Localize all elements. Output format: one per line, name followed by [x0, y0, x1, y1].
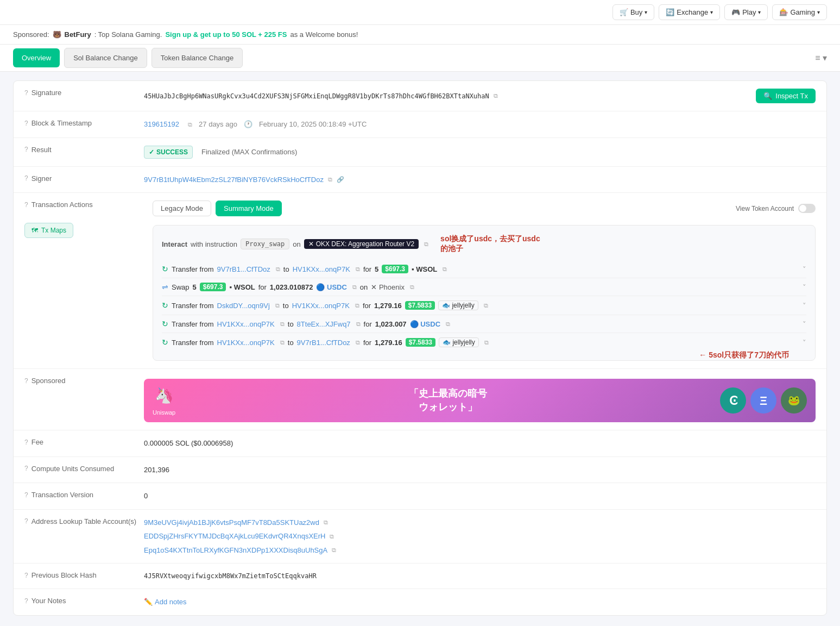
- copy-router-icon[interactable]: ⧉: [424, 241, 428, 248]
- sponsored-section-value: 🦄 Uniswap 「史上最高の暗号ウォレット」 Ͼ Ξ 🐸: [144, 377, 816, 422]
- copy-t5-from[interactable]: ⧉: [280, 339, 285, 346]
- copy-addr-2[interactable]: ⧉: [330, 532, 334, 541]
- exchange-chevron-icon: ▾: [710, 9, 713, 15]
- signup-link[interactable]: Sign up & get up to 50 SOL + 225 FS: [165, 30, 287, 39]
- copy-usdc-t4[interactable]: ⧉: [446, 321, 450, 328]
- buy-label: Buy: [630, 8, 642, 16]
- transfer-icon-1: ↻: [162, 265, 168, 273]
- block-number-link[interactable]: 319615192: [144, 119, 179, 130]
- signer-address-link[interactable]: 9V7rB1tUhpW4kEbm2zSL27fBiNYB76VckRSkHoCf…: [144, 174, 324, 185]
- address-item-1: 9M3eUVGj4ivjAb1BJjK6vtsPsqMF7vT8Da5SKTUa…: [144, 517, 816, 528]
- legacy-mode-button[interactable]: Legacy Mode: [153, 201, 211, 216]
- phoenix-exchange: ✕ Phoenix: [371, 283, 405, 291]
- signer-row: ? Signer 9V7rB1tUhpW4kEbm2zSL27fBiNYB76V…: [14, 167, 826, 193]
- help-icon-block: ?: [24, 120, 28, 127]
- gaming-button[interactable]: 🎰 Gaming ▾: [772, 4, 827, 20]
- add-notes-link[interactable]: ✏️ Add notes: [144, 597, 187, 608]
- transfer4-from[interactable]: HV1KXx...onqP7K: [217, 320, 275, 328]
- expand-t5[interactable]: ˅: [803, 339, 806, 347]
- copy-addr-3[interactable]: ⧉: [332, 546, 336, 555]
- tab-sol-balance-change[interactable]: Sol Balance Change: [64, 48, 147, 68]
- copy-wsol-t1[interactable]: ⧉: [443, 266, 447, 273]
- expand-t1[interactable]: ˅: [803, 265, 806, 273]
- inspect-tx-button[interactable]: 🔍 Inspect Tx: [756, 89, 816, 103]
- play-button[interactable]: 🎮 Play ▾: [724, 4, 768, 20]
- sponsored-prefix: Sponsored:: [13, 30, 49, 39]
- copy-signer-icon[interactable]: ⧉: [328, 175, 332, 184]
- tx-maps-button[interactable]: 🗺 Tx Maps: [24, 223, 73, 238]
- inspect-icon: 🔍: [763, 92, 772, 100]
- amount-badge-t1: $697.3: [382, 265, 408, 273]
- expand-swap[interactable]: ˅: [803, 283, 806, 291]
- copy-usdc[interactable]: ⧉: [352, 284, 357, 291]
- address-link-1[interactable]: 9M3eUVGj4ivjAb1BJjK6vtsPsqMF7vT8Da5SKTUa…: [144, 517, 319, 528]
- top-navigation: 🛒 Buy ▾ 🔄 Exchange ▾ 🎮 Play ▾ 🎰 Gaming ▾: [0, 0, 840, 25]
- jelly-token-t5: 🐟 jellyjelly: [439, 337, 479, 347]
- copy-addr-1[interactable]: ⧉: [324, 518, 328, 527]
- expand-t3[interactable]: ˅: [803, 302, 806, 310]
- your-notes-label: ? Your Notes: [24, 597, 144, 605]
- help-icon-notes: ?: [24, 597, 28, 605]
- sponsored-desc: : Top Solana Gaming.: [94, 30, 162, 39]
- block-timestamp-row: ? Block & Timestamp 319615192 ⧉ 27 days …: [14, 111, 826, 138]
- tab-token-balance-change[interactable]: Token Balance Change: [151, 48, 243, 68]
- tabs-bar: Overview Sol Balance Change Token Balanc…: [0, 45, 840, 72]
- copy-t3-from[interactable]: ⧉: [275, 302, 280, 309]
- your-notes-row: ? Your Notes ✏️ Add notes: [14, 589, 826, 615]
- expand-t4[interactable]: ˅: [803, 320, 806, 328]
- fee-row: ? Fee 0.000005 SOL ($0.0006958): [14, 430, 826, 457]
- transfer-row-5: ↻ Transfer from HV1KXx...onqP7K ⧉ to 9V7…: [162, 333, 806, 352]
- copy-jelly-t5[interactable]: ⧉: [484, 339, 489, 346]
- transfer1-to[interactable]: HV1KXx...onqP7K: [293, 265, 350, 273]
- copy-jelly-t3[interactable]: ⧉: [484, 302, 488, 309]
- transfer3-from[interactable]: DskdDY...oqn9Vj: [217, 302, 270, 310]
- help-icon-sponsored: ?: [24, 377, 28, 385]
- transfer-icon-3: ↻: [162, 301, 168, 310]
- help-icon-result: ?: [24, 146, 28, 153]
- your-notes-value: ✏️ Add notes: [144, 597, 816, 608]
- buy-button[interactable]: 🛒 Buy ▾: [612, 4, 654, 20]
- list-icon[interactable]: ≡ ▾: [815, 53, 827, 63]
- swap-icon: ⇌: [162, 283, 168, 291]
- copy-t4-from[interactable]: ⧉: [280, 321, 285, 328]
- copy-t4-to[interactable]: ⧉: [356, 321, 361, 328]
- compute-units-row: ? Compute Units Consumed 201,396: [14, 457, 826, 484]
- sponsor-icon-3: 🐸: [781, 387, 807, 414]
- time-ago: 27 days ago: [199, 119, 237, 130]
- transaction-box: Interact with instruction Proxy_swap on …: [153, 225, 816, 361]
- copy-phoenix[interactable]: ⧉: [410, 284, 414, 291]
- copy-t1-from[interactable]: ⧉: [276, 266, 280, 273]
- sponsored-suffix: as a Welcome bonus!: [290, 30, 358, 39]
- summary-mode-button[interactable]: Summary Mode: [216, 201, 282, 216]
- transfer5-to[interactable]: 9V7rB1...CfTDoz: [297, 339, 350, 347]
- amount-badge-t5: $7.5833: [406, 338, 435, 347]
- transfer5-from[interactable]: HV1KXx...onqP7K: [217, 339, 275, 347]
- toggle-switch[interactable]: [798, 204, 816, 213]
- transfer4-to[interactable]: 8TteEx...XJFwq7: [297, 320, 351, 328]
- tabs-right: ≡ ▾: [815, 53, 827, 63]
- help-icon-version: ?: [24, 491, 28, 499]
- usdc-token-swap: 🔵 USDC: [316, 283, 346, 291]
- sponsored-bar: Sponsored: 🐻 BetFury : Top Solana Gaming…: [0, 25, 840, 45]
- copy-t5-to[interactable]: ⧉: [356, 339, 360, 346]
- copy-block-icon[interactable]: ⧉: [188, 120, 192, 129]
- address-link-3[interactable]: Epq1oS4KXTtnToLRXyfKGFN3nXDPp1XXXDisq8uU…: [144, 545, 327, 556]
- transaction-actions-row: ? Transaction Actions Legacy Mode Summar…: [14, 193, 826, 369]
- help-icon-fee: ?: [24, 439, 28, 446]
- sponsor-banner: 🦄 Uniswap 「史上最高の暗号ウォレット」 Ͼ Ξ 🐸: [144, 379, 816, 422]
- result-value: SUCCESS Finalized (MAX Confirmations): [144, 146, 816, 159]
- transfer3-to[interactable]: HV1KXx...onqP7K: [292, 302, 350, 310]
- address-link-2[interactable]: EDDSpjZHrsFKYTMJDcBqXAjkLcu9EKdvrQR4Xnqs…: [144, 531, 325, 542]
- amount-badge-t3: $7.5833: [405, 301, 435, 310]
- sponsored-section-row: ? Sponsored 🦄 Uniswap 「史上最高の暗号ウォレット」 Ͼ Ξ: [14, 369, 826, 430]
- exchange-button[interactable]: 🔄 Exchange ▾: [659, 4, 720, 20]
- sponsor-icon-1: Ͼ: [720, 387, 746, 414]
- copy-t1-to[interactable]: ⧉: [356, 266, 360, 273]
- tab-overview[interactable]: Overview: [13, 48, 60, 67]
- copy-t3-to[interactable]: ⧉: [355, 302, 359, 309]
- copy-signature-icon[interactable]: ⧉: [494, 91, 498, 101]
- exchange-label: Exchange: [677, 8, 708, 16]
- help-icon-tx-actions: ?: [24, 201, 28, 209]
- wsol-token-swap: ▪ WSOL: [229, 283, 255, 291]
- transfer1-from[interactable]: 9V7rB1...CfTDoz: [217, 265, 270, 273]
